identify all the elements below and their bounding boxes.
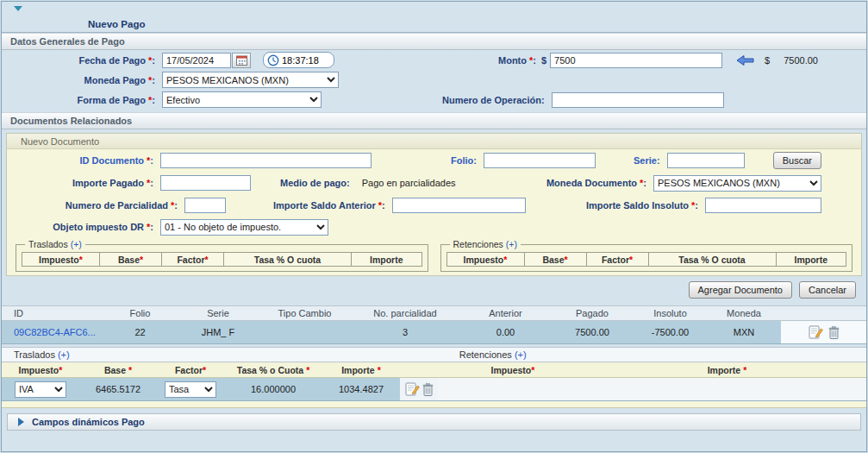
col-serie: Serie [177,308,259,318]
importe-medio-moneda-row: Importe Pagado*: Medio de pago: Pago en … [7,172,861,194]
parcialidad-saldos-row: Numero de Parcialidad*: Importe Saldo An… [7,194,861,217]
monto-currency-symbol: $ [541,55,546,66]
document-moneda-value: MXN [707,327,781,337]
impuestos-table-footer [2,401,866,408]
fecha-monto-row: Fecha de Pago*: Monto*: $ $ 7500.00 [2,50,866,70]
moneda-pago-row: Moneda Pago*: PESOS MEXICANOS (MXN) [2,70,866,90]
medio-pago-value: Pago en parcialidades [362,178,456,188]
page-title: Nuevo Pago [88,19,145,29]
forma-pago-label: Forma de Pago*: [9,95,155,105]
buscar-button[interactable]: Buscar [773,152,821,169]
collapse-section-icon[interactable] [14,6,22,11]
documentos-table-header: ID Folio Serie Tipo Cambio No. parcialid… [2,305,866,321]
clock-icon[interactable] [267,54,279,66]
tax-col-factor: Factor* [157,362,224,377]
traslados-col-tasa: Tasa % O cuota [224,253,352,266]
folio-label: Folio: [451,155,477,166]
numero-parcialidad-input[interactable] [184,198,226,213]
tax-tasa-value: 16.000000 [224,378,322,400]
apply-amount-arrow-icon[interactable] [736,54,754,66]
objeto-impuesto-label: Objeto impuesto DR*: [14,222,153,232]
retenciones-col-importe: Importe [777,253,846,266]
retenciones-col-base: Base* [525,253,587,266]
tax-impuesto-cell: IVA [2,378,79,400]
agregar-documento-button[interactable]: Agregar Documento [689,281,792,299]
serie-label: Serie: [634,155,660,166]
delete-tax-icon[interactable] [422,383,434,396]
tax-base-value: 6465.5172 [79,378,157,400]
retenciones-fieldset-legend: Retenciones (+) [450,239,521,249]
add-retencion-row-link[interactable]: (+) [515,349,527,360]
importe-saldo-insoluto-label: Importe Saldo Insoluto*: [586,200,698,211]
importe-saldo-anterior-input[interactable] [392,198,526,213]
nuevo-documento-header: Nuevo Documento [7,134,861,149]
expand-campos-icon[interactable] [18,418,24,426]
col-folio: Folio [103,308,177,318]
nuevo-documento-section: Nuevo Documento ID Documento*: Folio: Se… [6,133,862,276]
impuestos-table-row: IVA 6465.5172 Tasa 16.000000 1034.4827 [2,378,866,401]
documentos-relacionados-title: Documentos Relacionados [10,116,132,126]
campos-dinamicos-bar[interactable]: Campos dinámicos Pago [7,413,861,431]
ret-col-impuesto: Impuesto* [438,362,588,377]
objeto-impuesto-select[interactable]: 01 - No objeto de impuesto. [160,219,328,236]
importe-saldo-anterior-label: Importe Saldo Anterior*: [273,200,385,211]
traslados-mini-table: Impuesto* Base* Factor* Tasa % O cuota I… [22,252,422,267]
form-title-bar: Nuevo Pago [2,16,866,33]
tax-col-impuesto: Impuesto* [2,362,79,377]
edit-tax-icon[interactable] [405,382,420,396]
display-currency-symbol: $ [765,55,770,66]
add-retencion-link[interactable]: (+) [506,239,517,249]
traslados-fieldset-legend: Traslados (+) [25,239,85,249]
documentos-table: ID Folio Serie Tipo Cambio No. parcialid… [2,305,866,344]
impuestos-caption-bar: Traslados (+) Retenciones (+) [2,347,866,362]
delete-document-icon[interactable] [828,326,840,339]
tax-impuesto-select[interactable]: IVA [15,381,66,398]
col-insoluto: Insoluto [634,308,707,318]
impuestos-table: Impuesto* Base* Factor* Tasa % o Cuota* … [2,362,866,408]
document-folio-value: 22 [103,327,177,337]
importe-pagado-input[interactable] [160,175,251,191]
id-documento-input[interactable] [160,153,372,168]
moneda-pago-select[interactable]: PESOS MEXICANOS (MXN) [162,72,339,88]
document-insoluto-value: -7500.00 [634,327,707,337]
tax-factor-select[interactable]: Tasa [165,381,216,398]
traslados-section-label: Traslados (+) [2,349,70,360]
add-traslado-row-link[interactable]: (+) [58,349,70,360]
hora-pago-input[interactable] [282,54,330,66]
document-pagado-value: 7500.00 [551,327,634,337]
edit-document-icon[interactable] [809,325,823,339]
tax-factor-cell: Tasa [157,378,224,400]
document-parcialidad-value: 3 [350,327,460,337]
campos-dinamicos-label: Campos dinámicos Pago [32,417,145,427]
traslados-fieldset: Traslados (+) Impuesto* Base* Factor* Ta… [16,239,428,272]
numero-operacion-input[interactable] [552,92,724,108]
folio-input[interactable] [484,153,596,168]
nuevo-documento-title: Nuevo Documento [21,136,99,147]
impuestos-fieldsets-row: Traslados (+) Impuesto* Base* Factor* Ta… [7,237,861,272]
moneda-documento-select[interactable]: PESOS MEXICANOS (MXN) [653,175,821,192]
fecha-pago-input[interactable] [162,53,231,68]
forma-pago-select[interactable]: Efectivo [162,91,322,108]
col-tipo-cambio: Tipo Cambio [259,308,350,318]
forma-pago-row: Forma de Pago*: Efectivo Numero de Opera… [2,90,866,110]
tax-col-base: Base* [79,362,157,377]
calendar-icon [236,55,247,66]
cancelar-button[interactable]: Cancelar [799,281,856,299]
serie-input[interactable] [667,153,745,168]
calendar-button[interactable] [232,53,251,68]
col-parcialidad: No. parcialidad [350,308,460,318]
traslados-col-impuesto: Impuesto* [22,253,100,266]
moneda-documento-label: Moneda Documento*: [546,178,646,188]
objeto-impuesto-row: Objeto impuesto DR*: 01 - No objeto de i… [7,217,861,237]
add-traslado-link[interactable]: (+) [71,239,82,249]
retenciones-col-factor: Factor* [587,253,649,266]
importe-saldo-insoluto-input[interactable] [705,198,821,213]
datos-generales-section: Fecha de Pago*: Monto*: $ $ 7500.00 Mone… [2,50,866,110]
retenciones-section-label: Retenciones (+) [459,349,527,360]
monto-display-value: 7500.00 [784,55,818,66]
tax-importe-value: 1034.4827 [322,378,400,400]
retenciones-col-impuesto: Impuesto* [447,253,525,266]
ret-importe-cell [588,378,866,400]
monto-input[interactable] [550,53,722,68]
traslados-col-factor: Factor* [162,253,224,266]
